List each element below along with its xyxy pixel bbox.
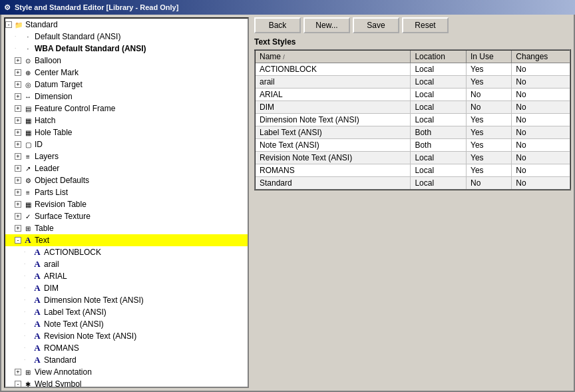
tree-label-text-labeltext: Label Text (ANSI) [44, 307, 106, 317]
table-row[interactable]: ARIALLocalNoNo [255, 89, 570, 101]
tree-item-standard[interactable]: -📁Standard [5, 19, 248, 31]
col-inuse[interactable]: In Use [467, 50, 512, 63]
expand-placeholder-text-notetext: · [24, 321, 31, 327]
cell-name: ACTIONBLOCK [255, 63, 411, 76]
tree-item-surface-texture[interactable]: +✓Surface Texture [5, 210, 248, 222]
tree-item-center-mark[interactable]: +⊕Center Mark [5, 67, 248, 79]
tree-label-surface-texture: Surface Texture [35, 212, 91, 221]
table-row[interactable]: DIMLocalNoNo [255, 101, 570, 114]
expand-btn-hatch[interactable]: + [15, 117, 21, 124]
table-row[interactable]: Dimension Note Text (ANSI)LocalYesNo [255, 114, 570, 126]
tree-item-hatch[interactable]: +▦Hatch [5, 114, 248, 126]
tree-item-balloon[interactable]: +⊙Balloon [5, 55, 248, 67]
cell-name: Note Text (ANSI) [255, 139, 411, 152]
tree-icon-leader: ↗ [23, 164, 33, 173]
expand-btn-dimension[interactable]: + [15, 93, 21, 100]
table-row[interactable]: ROMANSLocalYesNo [255, 164, 570, 177]
tree-label-standard: Standard [25, 20, 58, 29]
col-name[interactable]: Name / [255, 50, 411, 63]
tree-item-leader[interactable]: +↗Leader [5, 162, 248, 174]
expand-btn-standard[interactable]: - [5, 21, 12, 28]
back-button[interactable]: Back [254, 17, 301, 33]
table-row[interactable]: StandardLocalNoNo [255, 177, 570, 190]
expand-btn-surface-texture[interactable]: + [15, 213, 21, 220]
tree-item-layers[interactable]: +≡Layers [5, 150, 248, 162]
expand-placeholder-wba-default: · [15, 45, 21, 52]
tree-item-text-labeltext[interactable]: ·ALabel Text (ANSI) [5, 306, 248, 318]
tree-item-text-arial[interactable]: ·AARIAL [5, 270, 248, 282]
cell-changes: No [512, 164, 570, 177]
expand-btn-leader[interactable]: + [15, 165, 21, 172]
tree-icon-textitem: A [32, 355, 43, 365]
tree-item-text-revnote[interactable]: ·ARevision Note Text (ANSI) [5, 330, 248, 342]
tree-item-id[interactable]: +▢ID [5, 138, 248, 150]
cell-name: Standard [255, 177, 411, 190]
tree-item-object-defaults[interactable]: +⚙Object Defaults [5, 174, 248, 186]
tree-item-text-romans[interactable]: ·AROMANS [5, 342, 248, 354]
tree-item-parts-list[interactable]: +≡Parts List [5, 186, 248, 198]
expand-placeholder-text-dim: · [24, 285, 31, 292]
expand-btn-table[interactable]: + [15, 225, 21, 232]
tree-item-weld-symbol[interactable]: -✱Weld Symbol [5, 378, 248, 388]
cell-location: Local [411, 101, 467, 114]
expand-btn-hole-table[interactable]: + [15, 129, 21, 136]
tree-item-text-arail[interactable]: ·Aarail [5, 258, 248, 270]
table-row[interactable]: Label Text (ANSI)BothYesNo [255, 126, 570, 139]
expand-btn-weld-symbol[interactable]: - [15, 381, 21, 387]
table-row[interactable]: Note Text (ANSI)BothYesNo [255, 139, 570, 152]
expand-placeholder-text-revnote: · [24, 333, 31, 339]
tree-item-wba-default[interactable]: ··WBA Default Standard (ANSI) [5, 43, 248, 55]
expand-btn-text[interactable]: - [15, 237, 21, 244]
tree-icon-item: · [23, 32, 33, 41]
tree-label-text-notetext: Note Text (ANSI) [44, 319, 104, 329]
tree-icon-fcf: ▤ [23, 104, 33, 113]
expand-btn-center-mark[interactable]: + [15, 69, 21, 76]
table-row[interactable]: arailLocalYesNo [255, 76, 570, 89]
main-container: -📁Standard··Default Standard (ANSI)··WBA… [0, 15, 575, 392]
cell-location: Local [411, 63, 467, 76]
save-button[interactable]: Save [353, 17, 399, 33]
tree-item-feature-control[interactable]: +▤Feature Control Frame [5, 102, 248, 114]
tree-item-text[interactable]: -AText [5, 234, 248, 246]
cell-changes: No [512, 139, 570, 152]
cell-changes: No [512, 177, 570, 190]
tree-item-text-actionblock[interactable]: ·AACTIONBLOCK [5, 246, 248, 258]
tree-item-text-notetext[interactable]: ·ANote Text (ANSI) [5, 318, 248, 330]
tree-item-view-annotation[interactable]: +⊞View Annotation [5, 366, 248, 378]
toolbar: Back New... Save Reset [254, 17, 571, 33]
tree-item-hole-table[interactable]: +▦Hole Table [5, 126, 248, 138]
table-row[interactable]: ACTIONBLOCKLocalYesNo [255, 63, 570, 76]
expand-btn-id[interactable]: + [15, 141, 21, 148]
col-changes[interactable]: Changes [512, 50, 570, 63]
tree-label-balloon: Balloon [35, 56, 61, 65]
tree-item-default-standard[interactable]: ··Default Standard (ANSI) [5, 31, 248, 43]
table-row[interactable]: Revision Note Text (ANSI)LocalYesNo [255, 152, 570, 164]
tree-item-table[interactable]: +⊞Table [5, 222, 248, 234]
expand-btn-balloon[interactable]: + [15, 57, 21, 64]
tree-label-hole-table: Hole Table [35, 128, 72, 137]
tree-item-datum-target[interactable]: +◎Datum Target [5, 79, 248, 91]
tree-item-revision-table[interactable]: +▦Revision Table [5, 198, 248, 210]
expand-placeholder-text-labeltext: · [24, 309, 31, 315]
expand-btn-layers[interactable]: + [15, 153, 21, 160]
app-icon: ⚙ [4, 3, 11, 12]
tree-icon-table: ▦ [23, 128, 33, 137]
tree-icon-id: ▢ [23, 140, 33, 149]
expand-btn-object-defaults[interactable]: + [15, 177, 21, 184]
tree-icon-dim: ↔ [23, 92, 33, 101]
expand-btn-view-annotation[interactable]: + [15, 369, 21, 375]
reset-button[interactable]: Reset [402, 17, 449, 33]
expand-btn-revision-table[interactable]: + [15, 201, 21, 208]
tree-item-text-standard[interactable]: ·AStandard [5, 354, 248, 366]
tree-label-hatch: Hatch [35, 116, 55, 125]
expand-btn-datum-target[interactable]: + [15, 81, 21, 88]
expand-btn-parts-list[interactable]: + [15, 189, 21, 196]
tree-item-dimension[interactable]: +↔Dimension [5, 91, 248, 102]
tree-item-text-dim[interactable]: ·ADIM [5, 282, 248, 294]
tree-icon-folder: 📁 [13, 20, 24, 29]
col-location[interactable]: Location [411, 50, 467, 63]
tree-item-text-dimnote[interactable]: ·ADimension Note Text (ANSI) [5, 294, 248, 306]
cell-inuse: Yes [467, 164, 512, 177]
new-button[interactable]: New... [303, 17, 350, 33]
expand-btn-feature-control[interactable]: + [15, 105, 21, 112]
